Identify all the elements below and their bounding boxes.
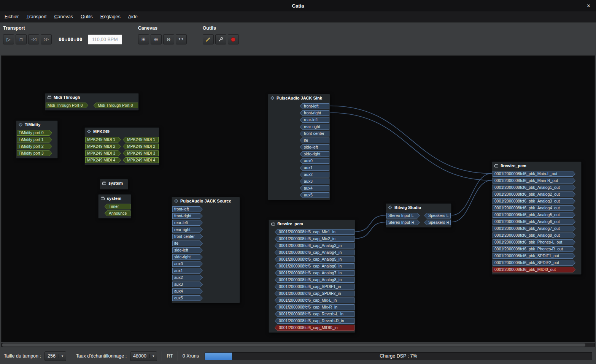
canvas-zoom-out-button[interactable]: ⊖ [163,34,174,44]
canvas-hscrollbar[interactable] [1,343,595,347]
port-side-left[interactable]: side-left [172,247,203,253]
port-front-center[interactable]: front-center [172,234,203,239]
port-0001f2000008fcf6-cap-mix-l-in[interactable]: 0001f2000008fcf6_cap_Mix-L_in [275,298,354,303]
port-side-right[interactable]: side-right [172,254,203,260]
node-fw_pbk[interactable]: firewire_pcm0001f2000008fcf6_pbk_Main-L_… [492,161,582,275]
node-fw_cap[interactable]: firewire_pcm0001f2000008fcf6_cap_Mic1_in… [269,220,355,333]
port-0001f2000008fcf6-cap-analog5-in[interactable]: 0001f2000008fcf6_cap_Analog5_in [275,256,354,262]
port-timidity-port-2[interactable]: TiMidity port 2 [17,144,52,149]
port-front-left[interactable]: front-left [300,103,329,109]
port-0001f2000008fcf6-cap-reverb-l-in[interactable]: 0001f2000008fcf6_cap_Reverb-L_in [275,311,354,317]
port-rear-right[interactable]: rear-right [172,227,203,233]
port-front-right[interactable]: front-right [172,213,203,219]
port-lfe[interactable]: lfe [172,241,203,246]
node-pa_source[interactable]: PulseAudio JACK Sourcefront-leftfront-ri… [172,197,240,303]
port-front-left[interactable]: front-left [172,206,203,212]
port-0001f2000008fcf6-cap-spdif1-in[interactable]: 0001f2000008fcf6_cap_SPDIF1_in [275,284,354,290]
port-0001f2000008fcf6-pbk-spdif2-out[interactable]: 0001f2000008fcf6_pbk_SPDIF2_out [493,260,575,266]
menu-transport[interactable]: Transport [23,12,51,21]
port-mpk249-midi-4[interactable]: MPK249 MIDI 4 [85,157,121,163]
port-0001f2000008fcf6-pbk-analog5-out[interactable]: 0001f2000008fcf6_pbk_Analog5_out [493,212,575,218]
port-mpk249-midi-3[interactable]: MPK249 MIDI 3 [85,150,121,156]
port-0001f2000008fcf6-pbk-analog6-out[interactable]: 0001f2000008fcf6_pbk_Analog6_out [493,219,575,225]
port-aux5[interactable]: aux5 [172,295,203,301]
port-0001f2000008fcf6-cap-analog7-in[interactable]: 0001f2000008fcf6_cap_Analog7_in [275,270,354,276]
buffer-size-select[interactable]: 256 ▾ [45,351,66,361]
node-midi_through[interactable]: Midi ThroughMidi Through Port-0Midi Thro… [45,93,139,111]
port-aux5[interactable]: aux5 [300,192,329,198]
port-rear-left[interactable]: rear-left [172,220,203,226]
port-0001f2000008fcf6-cap-analog8-in[interactable]: 0001f2000008fcf6_cap_Analog8_in [275,277,354,283]
hscrollbar-thumb[interactable] [2,343,585,347]
port-0001f2000008fcf6-pbk-analog2-out[interactable]: 0001f2000008fcf6_pbk_Analog2_out [493,191,575,197]
port-0001f2000008fcf6-pbk-analog4-out[interactable]: 0001f2000008fcf6_pbk_Analog4_out [493,205,575,211]
port-0001f2000008fcf6-cap-analog4-in[interactable]: 0001f2000008fcf6_cap_Analog4_in [275,250,354,255]
port-0001f2000008fcf6-pbk-main-r-out[interactable]: 0001f2000008fcf6_pbk_Main-R_out [493,178,575,184]
port-0001f2000008fcf6-cap-mix-r-in[interactable]: 0001f2000008fcf6_cap_Mix-R_in [275,304,354,310]
port-0001f2000008fcf6-cap-analog3-in[interactable]: 0001f2000008fcf6_cap_Analog3_in [275,243,354,248]
port-0001f2000008fcf6-pbk-spdif1-out[interactable]: 0001f2000008fcf6_pbk_SPDIF1_out [493,253,575,259]
port-timidity-port-0[interactable]: TiMidity port 0 [17,130,52,136]
node-timidity[interactable]: TiMidityTiMidity port 0TiMidity port 1Ti… [16,120,58,158]
port-timidity-port-3[interactable]: TiMidity port 3 [17,150,52,156]
port-rear-left[interactable]: rear-left [300,117,329,123]
port-side-right[interactable]: side-right [300,151,329,157]
port-mpk249-midi-2[interactable]: MPK249 MIDI 2 [85,144,121,149]
port-0001f2000008fcf6-pbk-main-l-out[interactable]: 0001f2000008fcf6_pbk_Main-L_out [493,171,575,177]
port-stereo-input-r[interactable]: Stereo Input-R [386,220,420,225]
port-aux3[interactable]: aux3 [172,282,203,287]
port-side-left[interactable]: side-left [300,144,329,150]
port-front-center[interactable]: front-center [300,131,329,136]
connection-fw_cap-to-bitwig[interactable] [355,222,386,239]
port-0001f2000008fcf6-cap-reverb-r-in[interactable]: 0001f2000008fcf6_cap_Reverb-R_in [275,318,354,324]
port-0001f2000008fcf6-cap-analog6-in[interactable]: 0001f2000008fcf6_cap_Analog6_in [275,263,354,269]
close-icon[interactable]: ✕ [581,3,596,9]
port-speakers-l[interactable]: Speakers-L [424,213,451,218]
patchbay-canvas[interactable]: Midi ThroughMidi Through Port-0Midi Thro… [1,55,595,342]
port-aux1[interactable]: aux1 [300,165,329,171]
node-bitwig[interactable]: Bitwig StudioStereo Input-LSpeakers-LSte… [386,203,451,228]
transport-stop-button[interactable]: □ [16,34,27,44]
port-mpk249-midi-1[interactable]: MPK249 MIDI 1 [123,137,159,142]
canvas-zoom-in-button[interactable]: ⊕ [151,34,162,44]
node-mpk249[interactable]: MPK249MPK249 MIDI 1MPK249 MIDI 1MPK249 M… [84,127,159,165]
port-0001f2000008fcf6-pbk-analog7-out[interactable]: 0001f2000008fcf6_pbk_Analog7_out [493,226,575,231]
canvas-zoom-reset-button[interactable]: 1:1 [176,34,187,44]
bpm-input[interactable]: 110,00 BPM [88,35,122,44]
port-rear-right[interactable]: rear-right [300,124,329,130]
port-aux4[interactable]: aux4 [172,288,203,294]
connection-bitwig-to-fw_pbk[interactable] [451,180,492,222]
menu-r-glages[interactable]: Réglages [97,12,124,21]
port-timidity-port-1[interactable]: TiMidity port 1 [17,137,52,142]
connection-fw_cap-to-bitwig[interactable] [355,215,386,232]
port-aux2[interactable]: aux2 [300,172,329,177]
port-lfe[interactable]: lfe [300,138,329,143]
transport-play-button[interactable]: ▷ [3,34,14,44]
port-0001f2000008fcf6-cap-mic1-in[interactable]: 0001f2000008fcf6_cap_Mic1_in [275,229,354,235]
port-midi-through-port-0[interactable]: Midi Through Port-0 [94,103,138,108]
port-aux0[interactable]: aux0 [172,261,203,267]
transport-rewind-button[interactable]: ◁◁ [28,34,39,44]
port-stereo-input-l[interactable]: Stereo Input-L [386,213,420,218]
menu-fichier[interactable]: Fichier [1,12,23,21]
menu-outils[interactable]: Outils [77,12,97,21]
menu-canevas[interactable]: Canevas [51,12,77,21]
port-aux3[interactable]: aux3 [300,179,329,184]
port-0001f2000008fcf6-pbk-phones-r-out[interactable]: 0001f2000008fcf6_pbk_Phones-R_out [493,246,575,252]
port-aux2[interactable]: aux2 [172,275,203,280]
port-speakers-r[interactable]: Speakers-R [424,220,451,225]
port-aux0[interactable]: aux0 [300,158,329,164]
connection-bitwig-to-fw_pbk[interactable] [451,174,492,215]
port-0001f2000008fcf6-cap-midi0-in[interactable]: 0001f2000008fcf6_cap_MIDI0_in [275,325,354,331]
port-aux4[interactable]: aux4 [300,185,329,191]
port-timer[interactable]: Timer [105,204,130,209]
tools-configure-button[interactable] [215,34,226,44]
samplerate-select[interactable]: 48000 ▾ [130,351,157,361]
node-pa_sink[interactable]: PulseAudio JACK Sinkfront-leftfront-righ… [268,94,330,200]
port-0001f2000008fcf6-pbk-analog8-out[interactable]: 0001f2000008fcf6_pbk_Analog8_out [493,233,575,238]
port-mpk249-midi-1[interactable]: MPK249 MIDI 1 [85,137,121,142]
port-mpk249-midi-2[interactable]: MPK249 MIDI 2 [123,144,159,149]
port-0001f2000008fcf6-pbk-analog3-out[interactable]: 0001f2000008fcf6_pbk_Analog3_out [493,198,575,204]
port-0001f2000008fcf6-pbk-analog1-out[interactable]: 0001f2000008fcf6_pbk_Analog1_out [493,185,575,190]
port-aux1[interactable]: aux1 [172,268,203,274]
